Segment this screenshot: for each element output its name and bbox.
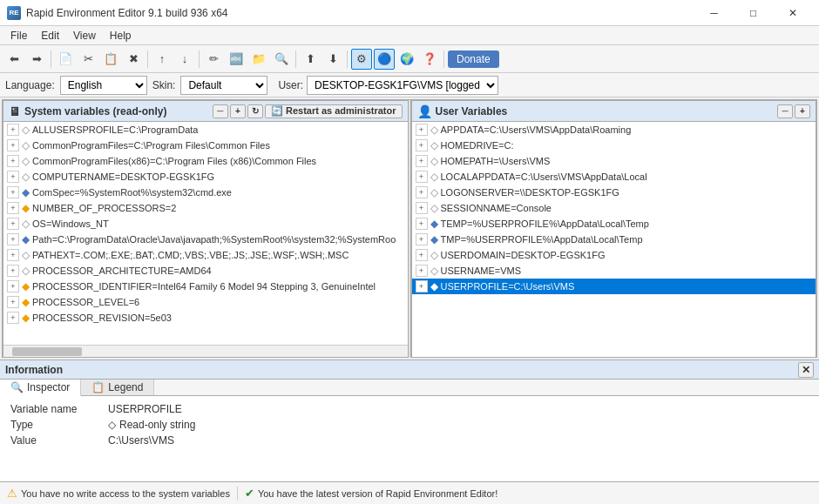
expand-allusers[interactable]: + [7, 124, 19, 136]
sysvar-proc-arch[interactable]: + ◇ PROCESSOR_ARCHITECTURE=AMD64 [3, 263, 408, 279]
toolbar-sep-6 [443, 50, 444, 68]
rename-button[interactable]: 🔤 [226, 49, 247, 70]
add-path-button[interactable]: 📁 [248, 49, 269, 70]
expand-proc-arch[interactable]: + [7, 265, 19, 277]
import-button[interactable]: ⬆ [300, 49, 321, 70]
maximize-button[interactable]: □ [734, 0, 773, 26]
export-button[interactable]: ⬇ [322, 49, 343, 70]
sysvar-allusers[interactable]: + ◇ ALLUSERSPROFILE=C:\ProgramData [3, 122, 408, 138]
expand-proc-rev[interactable]: + [7, 312, 19, 324]
expand-localappdata[interactable]: + [416, 171, 428, 183]
system-collapse-button[interactable]: ─ [213, 104, 228, 118]
expand-proc-id[interactable]: + [7, 280, 19, 292]
expand-pathext[interactable]: + [7, 249, 19, 261]
sysvar-proc-id[interactable]: + ◆ PROCESSOR_IDENTIFIER=Intel64 Family … [3, 279, 408, 294]
sysvar-pathext[interactable]: + ◇ PATHEXT=.COM;.EXE;.BAT;.CMD;.VBS;.VB… [3, 247, 408, 263]
back-button[interactable]: ⬅ [3, 49, 24, 70]
expand-comspec[interactable]: + [7, 186, 19, 198]
sysvar-os-icon: ◇ [22, 218, 30, 230]
user-info: User: DESKTOP-EGSK1FG\VMS [logged [278, 76, 498, 95]
toolbar-sep-2 [147, 50, 148, 68]
toolbar-sep-3 [199, 50, 200, 68]
info-tabs: 🔍 Inspector 📋 Legend [0, 380, 819, 396]
info-close-button[interactable]: ✕ [798, 362, 814, 378]
expand-homedrive[interactable]: + [416, 139, 428, 151]
sysvar-proc-lvl[interactable]: + ◆ PROCESSOR_LEVEL=6 [3, 294, 408, 310]
expand-temp[interactable]: + [416, 218, 428, 230]
sysvar-proc-arch-icon: ◇ [22, 265, 30, 277]
menu-edit[interactable]: Edit [34, 28, 66, 44]
minimize-button[interactable]: ─ [694, 0, 734, 26]
cut-button[interactable]: ✂ [78, 49, 98, 70]
skin-select[interactable]: Default [180, 76, 267, 95]
expand-logonserver[interactable]: + [416, 186, 428, 198]
sysvar-nop[interactable]: + ◆ NUMBER_OF_PROCESSORS=2 [3, 200, 408, 216]
sysvar-comspec[interactable]: + ◆ ComSpec=%SystemRoot%\system32\cmd.ex… [3, 185, 408, 200]
edit-button[interactable]: ✏ [203, 49, 224, 70]
user-add-button[interactable]: + [795, 104, 810, 118]
expand-os[interactable]: + [7, 218, 19, 230]
paste-button[interactable]: 📋 [100, 49, 121, 70]
browse-button[interactable]: 🔍 [271, 49, 292, 70]
help-button[interactable]: 🌍 [396, 49, 417, 70]
close-button[interactable]: ✕ [773, 0, 812, 26]
user-collapse-button[interactable]: ─ [777, 104, 793, 118]
user-select[interactable]: DESKTOP-EGSK1FG\VMS [logged [307, 76, 498, 95]
uservar-appdata[interactable]: + ◇ APPDATA=C:\Users\VMS\AppData\Roaming [412, 122, 816, 138]
system-add-button[interactable]: + [230, 104, 246, 118]
expand-tmp[interactable]: + [416, 233, 428, 245]
sysvar-commonpf[interactable]: + ◇ CommonProgramFiles=C:\Program Files\… [3, 138, 408, 153]
uservar-homedrive[interactable]: + ◇ HOMEDRIVE=C: [412, 138, 816, 153]
active-button[interactable]: 🔵 [374, 49, 395, 70]
tab-legend[interactable]: 📋 Legend [81, 380, 154, 395]
info-button[interactable]: ❓ [419, 49, 440, 70]
sysvar-path[interactable]: + ◆ Path=C:\ProgramData\Oracle\Java\java… [3, 232, 408, 247]
user-var-list[interactable]: + ◇ APPDATA=C:\Users\VMS\AppData\Roaming… [412, 122, 816, 357]
menu-bar: File Edit View Help [0, 26, 819, 45]
sysvar-proc-lvl-text: PROCESSOR_LEVEL=6 [32, 297, 139, 307]
expand-userdomain[interactable]: + [416, 249, 428, 261]
language-select[interactable]: English [60, 76, 147, 95]
sysvar-proc-rev[interactable]: + ◆ PROCESSOR_REVISION=5e03 [3, 310, 408, 326]
expand-homepath[interactable]: + [416, 155, 428, 167]
delete-button[interactable]: ✖ [123, 49, 144, 70]
uservar-logonserver[interactable]: + ◇ LOGONSERVER=\\DESKTOP-EGSK1FG [412, 185, 816, 200]
varname-label: Variable name [10, 403, 98, 415]
uservar-homepath[interactable]: + ◇ HOMEPATH=\Users\VMS [412, 153, 816, 169]
uservar-username[interactable]: + ◇ USERNAME=VMS [412, 263, 816, 279]
sysvar-computername[interactable]: + ◇ COMPUTERNAME=DESKTOP-EGSK1FG [3, 169, 408, 185]
uservar-tmp[interactable]: + ◆ TMP=%USERPROFILE%\AppData\Local\Temp [412, 232, 816, 247]
tab-inspector[interactable]: 🔍 Inspector [0, 380, 81, 396]
expand-commonpfx86[interactable]: + [7, 155, 19, 167]
menu-file[interactable]: File [3, 28, 34, 44]
uservar-localappdata[interactable]: + ◇ LOCALAPPDATA=C:\Users\VMS\AppData\Lo… [412, 169, 816, 185]
uservar-temp[interactable]: + ◆ TEMP=%USERPROFILE%\AppData\Local\Tem… [412, 216, 816, 232]
expand-computername[interactable]: + [7, 171, 19, 183]
expand-appdata[interactable]: + [416, 124, 428, 136]
uservar-userdomain[interactable]: + ◇ USERDOMAIN=DESKTOP-EGSK1FG [412, 247, 816, 263]
expand-sessionname[interactable]: + [416, 202, 428, 214]
move-down-button[interactable]: ↓ [174, 49, 195, 70]
system-hscroll[interactable] [3, 345, 408, 357]
expand-userprofile[interactable]: + [416, 280, 428, 292]
expand-commonpf[interactable]: + [7, 139, 19, 151]
system-refresh-button[interactable]: ↻ [247, 104, 263, 118]
move-up-button[interactable]: ↑ [152, 49, 173, 70]
forward-button[interactable]: ➡ [26, 49, 47, 70]
system-var-list[interactable]: + ◇ ALLUSERSPROFILE=C:\ProgramData + ◇ C… [3, 122, 408, 345]
expand-proc-lvl[interactable]: + [7, 296, 19, 308]
settings-button[interactable]: ⚙ [351, 49, 372, 70]
expand-path[interactable]: + [7, 233, 19, 245]
copy-button[interactable]: 📄 [55, 49, 76, 70]
uservar-sessionname[interactable]: + ◇ SESSIONNAME=Console [412, 200, 816, 216]
system-restart-button[interactable]: 🔄 Restart as administrator [265, 104, 403, 118]
user-label: User: [278, 79, 303, 91]
sysvar-commonpfx86[interactable]: + ◇ CommonProgramFiles(x86)=C:\Program F… [3, 153, 408, 169]
donate-button[interactable]: Donate [448, 50, 499, 68]
menu-view[interactable]: View [66, 28, 103, 44]
sysvar-os[interactable]: + ◇ OS=Windows_NT [3, 216, 408, 232]
uservar-userprofile[interactable]: + ◆ USERPROFILE=C:\Users\VMS [412, 279, 816, 294]
menu-help[interactable]: Help [103, 28, 139, 44]
expand-nop[interactable]: + [7, 202, 19, 214]
expand-username[interactable]: + [416, 265, 428, 277]
